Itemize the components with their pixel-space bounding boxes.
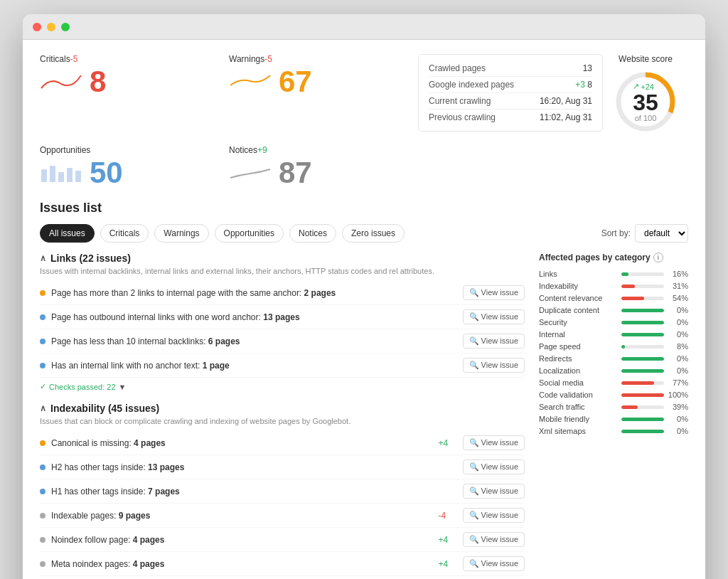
cat-name-1: Indexability	[539, 282, 617, 290]
criticals-value-row: 8	[40, 67, 229, 97]
maximize-button[interactable]	[61, 23, 70, 31]
stats-table: Crawled pages 13 Google indexed pages +3…	[418, 54, 603, 132]
cat-name-4: Security	[539, 318, 617, 326]
cat-row-6: Page speed 8%	[539, 342, 688, 351]
score-title: Website score	[619, 54, 673, 64]
index-issue-0: Canonical is missing: 4 pages +4 🔍 View …	[40, 431, 525, 455]
second-metrics-row: Opportunities 50 Notices+9	[40, 145, 688, 188]
criticals-label: Criticals-5	[40, 54, 229, 64]
cat-pct-8: 0%	[668, 366, 688, 375]
cat-name-9: Social media	[539, 378, 617, 387]
svg-rect-6	[75, 171, 81, 182]
index-view-btn-4[interactable]: 🔍 View issue	[463, 532, 525, 547]
filter-notices[interactable]: Notices	[289, 224, 336, 243]
link-issue-text-1: Page has outbound internal links with on…	[51, 312, 463, 322]
index-issue-text-1: H2 has other tags inside: 13 pages	[51, 462, 463, 472]
cat-pct-0: 16%	[668, 270, 688, 278]
cat-bar-container-11	[621, 405, 664, 409]
cat-bar-container-0	[621, 272, 664, 276]
index-issue-6: Non-indexable pages: 4 pages +4 🔍 View i…	[40, 576, 525, 579]
index-issue-text-2: H1 has other tags inside: 7 pages	[51, 487, 463, 496]
close-button[interactable]	[33, 23, 41, 31]
criticals-value: 8	[90, 67, 106, 97]
issues-col: ∧ Links (22 issues) Issues with internal…	[40, 253, 525, 579]
cat-row-13: Xml sitemaps 0%	[539, 427, 688, 435]
filter-zero-issues[interactable]: Zero issues	[342, 224, 405, 243]
index-issue-1: H2 has other tags inside: 13 pages 🔍 Vie…	[40, 455, 525, 479]
sort-select[interactable]: default	[635, 224, 688, 243]
issue-dot-2	[40, 339, 46, 344]
score-inner: ↗+24 35 of 100	[633, 82, 658, 122]
indexability-group-header[interactable]: ∧ Indexability (45 issues)	[40, 403, 525, 414]
filter-warnings[interactable]: Warnings	[154, 224, 208, 243]
filter-all-issues[interactable]: All issues	[40, 224, 95, 243]
index-issue-text-3: Indexable pages: 9 pages	[51, 511, 439, 521]
opportunities-value: 50	[90, 158, 123, 188]
cat-name-13: Xml sitemaps	[539, 427, 617, 435]
view-issue-btn-3[interactable]: 🔍 View issue	[463, 358, 525, 373]
view-issue-btn-0[interactable]: 🔍 View issue	[463, 285, 525, 300]
cat-row-3: Duplicate content 0%	[539, 306, 688, 314]
minimize-button[interactable]	[47, 23, 55, 31]
checks-expand[interactable]: ▼	[119, 383, 127, 391]
cat-name-6: Page speed	[539, 342, 617, 351]
index-view-btn-5[interactable]: 🔍 View issue	[463, 556, 525, 571]
view-issue-btn-2[interactable]: 🔍 View issue	[463, 334, 525, 349]
cat-pct-5: 0%	[668, 330, 688, 339]
cat-bar-container-1	[621, 285, 664, 288]
stats-row-previous: Previous crawling 11:02, Aug 31	[429, 110, 592, 125]
links-group-desc: Issues with internal backlinks, internal…	[40, 267, 525, 275]
index-dot-2	[40, 489, 46, 494]
index-view-btn-3[interactable]: 🔍 View issue	[463, 508, 525, 523]
cat-row-0: Links 16%	[539, 270, 688, 278]
info-icon: i	[653, 253, 663, 262]
notices-value: 87	[279, 158, 312, 188]
index-view-btn-2[interactable]: 🔍 View issue	[463, 484, 525, 499]
links-group-header[interactable]: ∧ Links (22 issues)	[40, 253, 525, 264]
cat-name-3: Duplicate content	[539, 306, 617, 314]
cat-bar-container-10	[621, 393, 664, 397]
cat-pct-13: 0%	[668, 427, 688, 435]
cat-bar-container-6	[621, 345, 664, 349]
index-view-btn-1[interactable]: 🔍 View issue	[463, 460, 525, 474]
titlebar	[23, 14, 705, 40]
criticals-sparkline	[40, 71, 82, 92]
cat-bar-container-13	[621, 430, 664, 433]
score-spacer	[603, 145, 688, 188]
opportunities-sparkline	[40, 162, 82, 184]
warnings-value: 67	[279, 67, 312, 97]
index-dot-1	[40, 464, 46, 470]
index-change-0: +4	[439, 438, 456, 448]
view-issue-btn-1[interactable]: 🔍 View issue	[463, 309, 525, 324]
stats-row-crawled: Crawled pages 13	[429, 60, 592, 77]
issue-dot-0	[40, 290, 46, 296]
main-columns: ∧ Links (22 issues) Issues with internal…	[40, 253, 688, 579]
cat-pct-9: 77%	[668, 378, 688, 387]
cat-pct-12: 0%	[668, 415, 688, 423]
opportunities-value-row: 50	[40, 158, 229, 188]
indexability-group-title: Indexability (45 issues)	[50, 403, 159, 414]
cat-pct-4: 0%	[668, 318, 688, 326]
cat-bar-5	[621, 333, 664, 336]
index-view-btn-0[interactable]: 🔍 View issue	[463, 435, 525, 450]
filter-opportunities[interactable]: Opportunities	[215, 224, 284, 243]
cat-row-5: Internal 0%	[539, 330, 688, 339]
cat-bar-13	[621, 430, 664, 433]
cat-row-9: Social media 77%	[539, 378, 688, 387]
filter-criticals[interactable]: Criticals	[100, 224, 149, 243]
categories-list: Links 16% Indexability 31% Content relev…	[539, 270, 688, 435]
issue-dot-3	[40, 363, 46, 368]
index-issue-text-4: Noindex follow page: 4 pages	[51, 535, 439, 545]
warnings-value-row: 67	[229, 67, 418, 97]
links-checks-passed: ✓ Checks passed: 22 ▼	[40, 382, 525, 391]
cat-pct-6: 8%	[668, 342, 688, 351]
indexability-group: ∧ Indexability (45 issues) Issues that c…	[40, 403, 525, 579]
links-group: ∧ Links (22 issues) Issues with internal…	[40, 253, 525, 391]
score-of: of 100	[633, 114, 658, 122]
cat-name-12: Mobile friendly	[539, 415, 617, 423]
cat-bar-container-12	[621, 418, 664, 421]
opportunities-label: Opportunities	[40, 145, 229, 155]
link-issue-2: Page has less than 10 internal backlinks…	[40, 329, 525, 354]
cat-pct-1: 31%	[668, 282, 688, 290]
index-change-5: +4	[439, 559, 456, 569]
